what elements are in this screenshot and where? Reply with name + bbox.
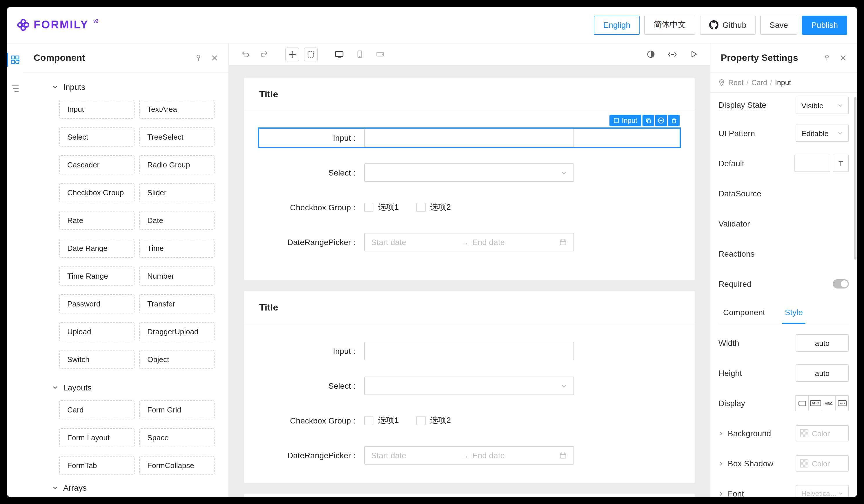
- checkbox-box[interactable]: [364, 203, 373, 212]
- checkbox-option[interactable]: 选项2: [416, 415, 451, 426]
- component-item-checkbox-group[interactable]: Checkbox Group: [59, 183, 134, 202]
- language-chinese-button[interactable]: 简体中文: [644, 15, 695, 35]
- width-input[interactable]: auto: [795, 334, 849, 352]
- display-flex-button[interactable]: [835, 395, 849, 411]
- section-header-arrays[interactable]: Arrays: [52, 483, 228, 492]
- marquee-select-button[interactable]: [304, 47, 318, 61]
- form-item-select[interactable]: Select :: [259, 377, 680, 395]
- component-item-number[interactable]: Number: [139, 267, 215, 286]
- component-item-form-layout[interactable]: Form Layout: [59, 428, 134, 447]
- background-collapse[interactable]: Background: [718, 429, 771, 438]
- form-item-checkbox-group[interactable]: Checkbox Group : 选项1 选项2: [259, 198, 680, 217]
- tab-style[interactable]: Style: [785, 308, 803, 324]
- component-item-switch[interactable]: Switch: [59, 350, 134, 369]
- scrollbar-thumb[interactable]: [854, 97, 856, 259]
- component-item-time-range[interactable]: Time Range: [59, 267, 134, 286]
- display-state-select[interactable]: Visible: [795, 97, 849, 114]
- component-item-slider[interactable]: Slider: [139, 183, 215, 202]
- desktop-view-icon[interactable]: [333, 48, 346, 61]
- rail-tab-outline[interactable]: [7, 81, 23, 97]
- pin-icon[interactable]: [823, 54, 831, 62]
- language-english-button[interactable]: Engligh: [594, 15, 639, 35]
- card-component-1[interactable]: Title Input: [244, 78, 695, 280]
- font-collapse[interactable]: Font: [718, 489, 744, 497]
- component-item-rate[interactable]: Rate: [59, 211, 134, 230]
- pin-icon[interactable]: [194, 54, 202, 62]
- component-item-select[interactable]: Select: [59, 127, 134, 147]
- required-toggle[interactable]: [833, 279, 849, 288]
- form-item-daterange[interactable]: DateRangePicker : Start date → End date: [259, 446, 680, 465]
- add-node-button[interactable]: [655, 115, 667, 126]
- github-button[interactable]: Github: [700, 15, 756, 35]
- component-item-treeselect[interactable]: TreeSelect: [139, 127, 215, 147]
- theme-toggle-icon[interactable]: [644, 48, 657, 61]
- component-item-formtab[interactable]: FormTab: [59, 456, 134, 475]
- select-input[interactable]: [364, 377, 574, 395]
- component-item-date-range[interactable]: Date Range: [59, 239, 134, 258]
- text-input[interactable]: [364, 342, 574, 360]
- checkbox-option[interactable]: 选项1: [364, 415, 399, 426]
- component-item-formcollapse[interactable]: FormCollapse: [139, 456, 215, 475]
- checkbox-option[interactable]: 选项1: [364, 202, 399, 213]
- default-value-input[interactable]: [794, 155, 830, 172]
- preview-icon[interactable]: [687, 48, 700, 61]
- component-item-space[interactable]: Space: [139, 428, 215, 447]
- form-item-input[interactable]: Input :: [259, 342, 680, 360]
- save-button[interactable]: Save: [760, 15, 797, 35]
- height-input[interactable]: auto: [795, 365, 849, 382]
- checkbox-option[interactable]: 选项2: [416, 202, 451, 213]
- mobile-portrait-icon[interactable]: [353, 48, 366, 61]
- mobile-landscape-icon[interactable]: [373, 48, 386, 61]
- form-item-daterange[interactable]: DateRangePicker : Start date → End date: [259, 233, 680, 251]
- close-icon[interactable]: [211, 54, 218, 61]
- form-item-input-selected[interactable]: Input: [259, 128, 680, 147]
- tab-component[interactable]: Component: [723, 308, 765, 324]
- box-shadow-color-input[interactable]: Color: [795, 455, 849, 471]
- publish-button[interactable]: Publish: [802, 15, 847, 35]
- component-item-transfer[interactable]: Transfer: [139, 294, 215, 314]
- breadcrumb-root[interactable]: Root: [728, 78, 744, 87]
- display-inline-block-button[interactable]: ABC: [808, 395, 822, 411]
- component-item-input[interactable]: Input: [59, 100, 134, 119]
- move-tool-button[interactable]: [285, 47, 299, 61]
- component-item-upload[interactable]: Upload: [59, 322, 134, 341]
- component-item-card[interactable]: Card: [59, 400, 134, 419]
- component-item-textarea[interactable]: TextArea: [139, 100, 215, 119]
- breadcrumb-card[interactable]: Card: [752, 78, 767, 87]
- checkbox-box[interactable]: [416, 416, 425, 425]
- text-mode-button[interactable]: T: [833, 155, 849, 172]
- select-input[interactable]: [364, 163, 574, 182]
- text-input[interactable]: [364, 128, 574, 147]
- view-source-icon[interactable]: [666, 48, 679, 61]
- daterange-picker[interactable]: Start date → End date: [364, 233, 574, 251]
- form-item-select[interactable]: Select :: [259, 163, 680, 182]
- component-item-object[interactable]: Object: [139, 350, 215, 369]
- card-component-3-partial[interactable]: [244, 494, 695, 497]
- redo-icon[interactable]: [257, 48, 270, 61]
- close-icon[interactable]: [840, 54, 847, 61]
- component-item-dragger-upload[interactable]: DraggerUpload: [139, 322, 215, 341]
- rail-tab-components[interactable]: [7, 51, 23, 68]
- section-header-inputs[interactable]: Inputs: [52, 82, 228, 91]
- undo-icon[interactable]: [239, 48, 252, 61]
- component-item-cascader[interactable]: Cascader: [59, 155, 134, 174]
- component-item-form-grid[interactable]: Form Grid: [139, 400, 215, 419]
- form-item-checkbox-group[interactable]: Checkbox Group : 选项1 选项2: [259, 411, 680, 430]
- selected-node-chip[interactable]: Input: [610, 115, 641, 126]
- ui-pattern-select[interactable]: Editable: [795, 125, 849, 142]
- daterange-picker[interactable]: Start date → End date: [364, 446, 574, 465]
- background-color-input[interactable]: Color: [795, 425, 849, 441]
- component-item-radio-group[interactable]: Radio Group: [139, 155, 215, 174]
- component-item-time[interactable]: Time: [139, 239, 215, 258]
- component-item-date[interactable]: Date: [139, 211, 215, 230]
- checkbox-box[interactable]: [364, 416, 373, 425]
- checkbox-box[interactable]: [416, 203, 425, 212]
- display-inline-button[interactable]: ABC: [822, 395, 836, 411]
- delete-node-button[interactable]: [668, 115, 680, 126]
- component-item-password[interactable]: Password: [59, 294, 134, 314]
- font-family-select[interactable]: Helvetica Neue: [795, 485, 849, 497]
- display-block-button[interactable]: [795, 395, 809, 411]
- section-header-layouts[interactable]: Layouts: [52, 383, 228, 392]
- copy-node-button[interactable]: [643, 115, 654, 126]
- card-component-2[interactable]: Title Input : Select :: [244, 291, 695, 483]
